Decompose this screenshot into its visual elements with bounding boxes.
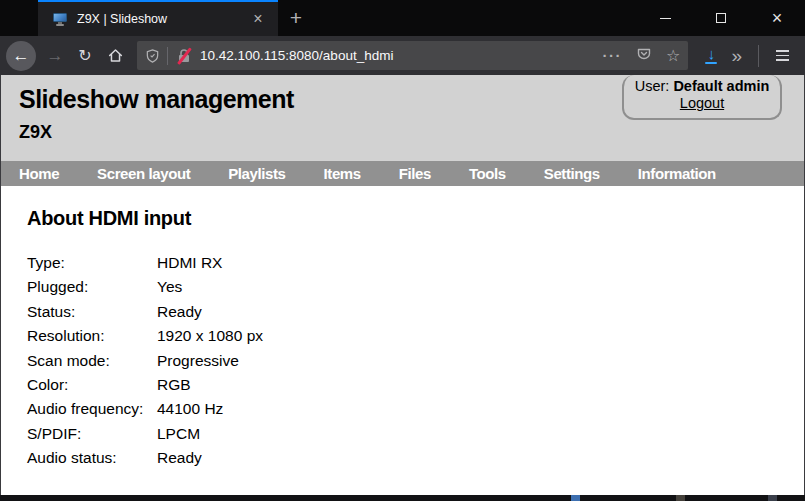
tracking-shield-icon[interactable] [145,48,160,64]
back-button[interactable]: ← [6,41,36,71]
pocket-icon[interactable] [636,46,652,66]
navigation-toolbar: ← → ↻ 10.42.100.115:8080/about_hdmi ··· [0,36,805,75]
tab-bar: Z9X | Slideshow × + × [0,0,805,36]
web-page: Slideshow management Z9X User: Default a… [0,75,805,495]
url-text[interactable]: 10.42.100.115:8080/about_hdmi [200,48,595,63]
info-row-resolution: Resolution: 1920 x 1080 px [27,324,804,348]
nav-item-files[interactable]: Files [399,165,431,182]
reload-button[interactable]: ↻ [70,41,100,71]
row-value: Yes [157,275,804,299]
hamburger-menu-icon[interactable] [767,50,797,61]
row-label: Type: [27,251,157,275]
toolbar-separator [758,45,759,67]
forward-arrow-icon: → [47,47,64,64]
row-label: Resolution: [27,324,157,348]
overflow-chevron-icon[interactable]: » [731,46,742,65]
nav-item-settings[interactable]: Settings [544,165,600,182]
row-label: Audio status: [27,446,157,470]
nav-item-information[interactable]: Information [638,165,716,182]
info-row-audio-frequency: Audio frequency: 44100 Hz [27,397,804,421]
maximize-icon [716,13,726,23]
row-value: Ready [157,446,804,470]
nav-item-playlists[interactable]: Playlists [228,165,285,182]
info-row-audio-status: Audio status: Ready [27,446,804,470]
row-value: 44100 Hz [157,397,804,421]
taskbar-sliver [0,495,805,501]
nav-item-tools[interactable]: Tools [469,165,506,182]
window-controls: × [637,0,805,36]
device-name: Z9X [19,122,804,143]
user-box: User: Default admin Logout [622,75,782,120]
page-header: Slideshow management Z9X User: Default a… [1,75,804,161]
urlbar-separator [167,47,168,65]
info-row-spdif: S/PDIF: LPCM [27,422,804,446]
back-arrow-icon: ← [13,47,30,64]
row-label: Color: [27,373,157,397]
user-label: User: [635,78,674,94]
row-value: HDMI RX [157,251,804,275]
row-value: LPCM [157,422,804,446]
monitor-icon [52,12,68,27]
minimize-icon [660,18,671,19]
browser-window: Z9X | Slideshow × + × ← → ↻ [0,0,805,501]
insecure-lock-icon[interactable] [176,48,192,64]
nav-item-home[interactable]: Home [19,165,59,182]
maximize-button[interactable] [693,0,749,36]
nav-item-items[interactable]: Items [324,165,361,182]
info-row-scan-mode: Scan mode: Progressive [27,349,804,373]
tab-title: Z9X | Slideshow [77,12,248,26]
minimize-button[interactable] [637,0,693,36]
row-label: Scan mode: [27,349,157,373]
bookmark-star-icon[interactable]: ☆ [666,48,680,64]
row-label: Audio frequency: [27,397,157,421]
home-button[interactable] [100,41,130,71]
tab-close-icon[interactable]: × [248,11,268,27]
row-label: Plugged: [27,275,157,299]
forward-button[interactable]: → [40,41,70,71]
close-button[interactable]: × [749,0,805,36]
reload-icon: ↻ [78,48,91,64]
section-heading: About HDMI input [27,207,804,230]
downloads-button[interactable]: ↓ [705,48,717,64]
close-icon: × [772,9,783,27]
info-row-color: Color: RGB [27,373,804,397]
info-row-plugged: Plugged: Yes [27,275,804,299]
main-nav: Home Screen layout Playlists Items Files… [1,161,804,186]
row-value: Ready [157,300,804,324]
main-content: About HDMI input Type: HDMI RX Plugged: … [1,186,804,495]
nav-item-screen-layout[interactable]: Screen layout [97,165,190,182]
page-actions-icon[interactable]: ··· [603,48,623,63]
new-tab-button[interactable]: + [278,0,314,36]
logout-link[interactable]: Logout [680,95,724,111]
user-name: Default admin [673,78,769,94]
row-value: 1920 x 1080 px [157,324,804,348]
info-row-type: Type: HDMI RX [27,251,804,275]
url-bar[interactable]: 10.42.100.115:8080/about_hdmi ··· ☆ [137,41,688,70]
row-value: RGB [157,373,804,397]
row-label: S/PDIF: [27,422,157,446]
browser-tab[interactable]: Z9X | Slideshow × [38,0,278,36]
row-value: Progressive [157,349,804,373]
download-arrow-icon: ↓ [708,48,716,60]
info-row-status: Status: Ready [27,300,804,324]
row-label: Status: [27,300,157,324]
home-icon [107,47,124,64]
